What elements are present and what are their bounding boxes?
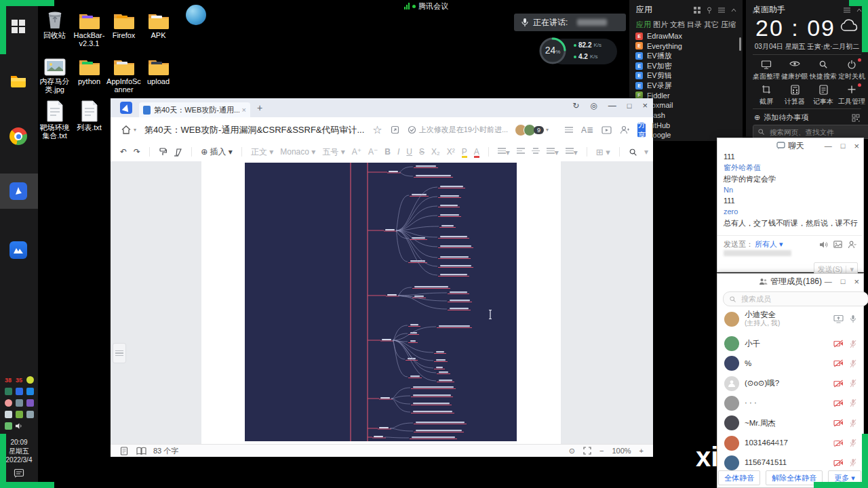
- strikethrough-icon[interactable]: S: [419, 147, 425, 157]
- camera-off-icon[interactable]: [833, 340, 844, 348]
- notification-center-icon[interactable]: [14, 468, 24, 479]
- weather-cloud-icon[interactable]: [840, 18, 860, 33]
- assistant-shortcut[interactable]: 定时关机: [837, 60, 867, 81]
- mic-off-icon[interactable]: [850, 458, 856, 467]
- wps-taskbar-icon[interactable]: [9, 182, 28, 201]
- chat-messages[interactable]: 111窗外哈希值想学的肯定会学Nn111zero总有人，交了钱不听课，然后说，课…: [724, 151, 859, 228]
- font-color-icon[interactable]: A: [474, 147, 479, 157]
- tray-icon[interactable]: [14, 397, 24, 409]
- document-area[interactable]: ⋯1: [111, 161, 653, 444]
- star-icon[interactable]: ☆: [372, 123, 382, 136]
- app-panel-tab-目录[interactable]: 目录: [687, 20, 702, 30]
- word-count[interactable]: 83 个字: [153, 446, 178, 456]
- insert-button[interactable]: ⊕ 插入 ▾: [201, 146, 233, 158]
- close-button[interactable]: ×: [642, 100, 648, 110]
- assistant-shortcut[interactable]: 工具管理: [837, 85, 867, 106]
- todo-add-row[interactable]: ⊕ 添加待办事项: [754, 113, 860, 123]
- style-select[interactable]: 正文 ▾: [251, 146, 273, 158]
- tray-icon[interactable]: [14, 409, 24, 420]
- desktop-icon[interactable]: python: [72, 53, 106, 85]
- system-tray[interactable]: 3835: [3, 374, 35, 432]
- bold-icon[interactable]: B: [384, 147, 391, 157]
- chat-input[interactable]: [724, 250, 791, 256]
- member-row[interactable]: (⊙o⊙)哦?: [724, 376, 856, 391]
- home-icon[interactable]: [121, 125, 131, 134]
- tray-icon[interactable]: 35: [14, 374, 24, 386]
- close-button[interactable]: ×: [854, 277, 859, 287]
- assistant-shortcut[interactable]: 截屏: [751, 85, 781, 106]
- member-row[interactable]: · · ·: [724, 396, 856, 411]
- assistant-shortcut[interactable]: 桌面整理: [751, 60, 781, 81]
- menu-icon[interactable]: [844, 7, 850, 14]
- collaborator-avatars[interactable]: 9 ▾: [515, 124, 557, 136]
- member-title-bar[interactable]: 管理成员(186) — □ ×: [717, 274, 863, 289]
- floating-assist-ball[interactable]: [186, 5, 206, 25]
- font-shrink-icon[interactable]: A⁻: [368, 147, 378, 157]
- minimize-button[interactable]: —: [825, 277, 832, 285]
- superscript-icon[interactable]: X²: [447, 147, 455, 157]
- assistant-shortcut[interactable]: 记事本: [808, 85, 838, 106]
- tray-icon[interactable]: 38: [3, 374, 14, 386]
- mic-off-icon[interactable]: [850, 340, 856, 348]
- assistant-search-input[interactable]: [768, 127, 852, 137]
- app-panel-item[interactable]: E EV录屏: [629, 81, 743, 91]
- home-caret-icon[interactable]: ▾: [134, 127, 136, 133]
- wps-logo[interactable]: [120, 102, 132, 114]
- sync-icon[interactable]: ↻: [572, 101, 579, 110]
- align-left-icon[interactable]: [517, 146, 525, 157]
- page-icon[interactable]: [120, 447, 128, 455]
- member-row[interactable]: 小迪安全 (主持人, 我): [724, 310, 856, 327]
- clear-format-icon[interactable]: [174, 148, 182, 157]
- tray-icon[interactable]: [3, 409, 14, 420]
- app-panel-tab-文档[interactable]: 文档: [670, 20, 685, 30]
- tray-icon[interactable]: [3, 420, 14, 432]
- new-tab-button[interactable]: +: [257, 102, 262, 113]
- desktop-icon[interactable]: upload: [141, 53, 176, 85]
- desktop-icon[interactable]: 回收站: [37, 7, 72, 39]
- maximize-button[interactable]: □: [841, 277, 846, 285]
- mic-off-icon[interactable]: [850, 439, 856, 447]
- tray-icon[interactable]: [3, 386, 14, 397]
- camera-off-icon[interactable]: [833, 359, 844, 367]
- app-panel-item[interactable]: E EV播放: [629, 51, 743, 61]
- undo-icon[interactable]: ↶: [120, 147, 127, 157]
- highlight-color-icon[interactable]: P: [462, 147, 467, 157]
- scrollbar[interactable]: [739, 37, 741, 51]
- mic-off-icon[interactable]: [850, 359, 856, 368]
- start-button[interactable]: [9, 18, 28, 37]
- tray-icon[interactable]: [24, 397, 35, 409]
- desktop-icon[interactable]: 靶场环境集合.txt: [37, 99, 72, 140]
- desktop-icon[interactable]: HackBar-v2.3.1: [72, 7, 106, 47]
- italic-icon[interactable]: I: [397, 147, 399, 157]
- text-tools-icon[interactable]: A≣: [581, 125, 593, 135]
- minimize-button[interactable]: —: [825, 142, 832, 150]
- member-row[interactable]: 小千: [724, 336, 856, 351]
- camera-off-icon[interactable]: [833, 380, 844, 388]
- zoom-in-icon[interactable]: +: [639, 447, 644, 455]
- chrome-icon[interactable]: [9, 127, 28, 146]
- app-panel-item[interactable]: E Everything: [629, 41, 743, 52]
- slideshow-icon[interactable]: [601, 126, 612, 134]
- desktop-icon[interactable]: APK: [141, 7, 176, 39]
- format-painter-icon[interactable]: [159, 148, 167, 157]
- assistant-shortcut[interactable]: 快捷搜索: [808, 60, 838, 81]
- audio-icon[interactable]: [819, 241, 828, 249]
- grid-view-icon[interactable]: [694, 7, 701, 14]
- redo-icon[interactable]: ↷: [134, 147, 140, 157]
- assistant-shortcut[interactable]: 计算器: [780, 85, 810, 106]
- tray-icon[interactable]: [3, 397, 14, 409]
- qr-icon[interactable]: [852, 114, 860, 122]
- app-panel-tab-图片[interactable]: 图片: [653, 20, 668, 30]
- pin-icon[interactable]: [706, 7, 713, 14]
- invite-person-icon[interactable]: [620, 125, 629, 134]
- mic-icon[interactable]: [850, 314, 856, 323]
- collab-caret-icon[interactable]: ▾: [546, 127, 549, 133]
- member-row[interactable]: %: [724, 356, 856, 371]
- maximize-button[interactable]: □: [627, 102, 632, 110]
- zoom-level[interactable]: 100%: [612, 447, 631, 455]
- member-search-box[interactable]: [723, 291, 868, 306]
- fullscreen-icon[interactable]: [583, 447, 591, 455]
- app-panel-item[interactable]: E EdrawMax: [629, 31, 743, 41]
- assistant-search-box[interactable]: [753, 125, 868, 139]
- subscript-icon[interactable]: X₂: [431, 147, 440, 157]
